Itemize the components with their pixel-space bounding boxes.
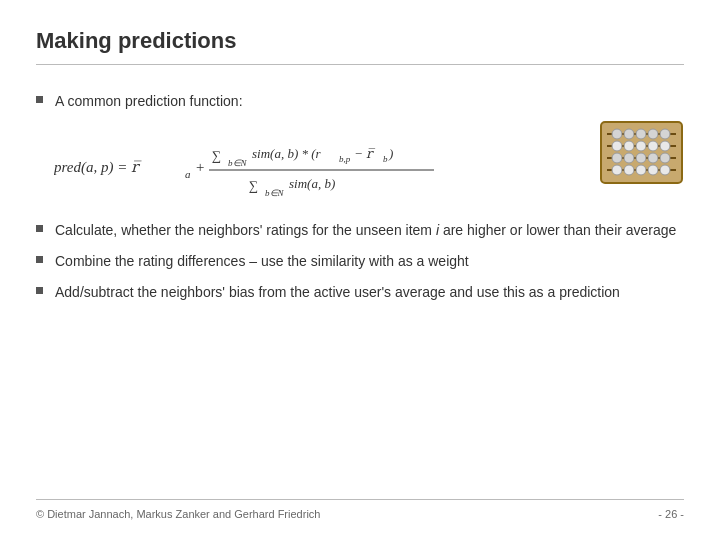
svg-point-29	[612, 153, 622, 163]
svg-point-25	[624, 141, 634, 151]
footer: © Dietmar Jannach, Markus Zanker and Ger…	[36, 508, 684, 520]
page-number: - 26 -	[658, 508, 684, 520]
formula-row: pred(a, p) = r̅ a + ∑ b∈N sim(a, b) * (r…	[54, 130, 684, 204]
svg-point-22	[648, 129, 658, 139]
svg-point-27	[648, 141, 658, 151]
svg-point-34	[612, 165, 622, 175]
footer-divider	[36, 499, 684, 500]
svg-text:− r̅: − r̅	[354, 146, 376, 161]
svg-point-35	[624, 165, 634, 175]
svg-point-21	[636, 129, 646, 139]
bullet-text-1: A common prediction function:	[55, 91, 243, 112]
svg-text:pred(a, p) = r̅: pred(a, p) = r̅	[54, 159, 142, 176]
svg-text:sim(a, b) * (r: sim(a, b) * (r	[252, 146, 322, 161]
svg-point-38	[660, 165, 670, 175]
svg-point-19	[612, 129, 622, 139]
bullet-item-1: A common prediction function:	[36, 91, 684, 112]
formula-container: pred(a, p) = r̅ a + ∑ b∈N sim(a, b) * (r…	[54, 130, 684, 204]
bullet-item-4: Add/subtract the neighbors' bias from th…	[36, 282, 684, 303]
svg-point-28	[660, 141, 670, 151]
svg-point-26	[636, 141, 646, 151]
svg-point-20	[624, 129, 634, 139]
bullet-icon-2	[36, 225, 43, 232]
svg-text:b∈N: b∈N	[228, 158, 248, 168]
bullet-icon-4	[36, 287, 43, 294]
svg-point-37	[648, 165, 658, 175]
svg-point-33	[660, 153, 670, 163]
formula-svg: pred(a, p) = r̅ a + ∑ b∈N sim(a, b) * (r…	[54, 130, 474, 200]
svg-point-30	[624, 153, 634, 163]
svg-point-36	[636, 165, 646, 175]
title-divider	[36, 64, 684, 65]
bullet-icon-1	[36, 96, 43, 103]
svg-text:b∈N: b∈N	[265, 188, 285, 198]
svg-text:∑: ∑	[212, 148, 221, 163]
abacus-svg	[599, 120, 684, 185]
svg-text:sim(a, b): sim(a, b)	[289, 176, 335, 191]
page-title: Making predictions	[36, 28, 684, 54]
svg-point-23	[660, 129, 670, 139]
svg-point-24	[612, 141, 622, 151]
bullet-text-3: Combine the rating differences – use the…	[55, 251, 469, 272]
bullet-item-2: Calculate, whether the neighbors' rating…	[36, 220, 684, 241]
bullet-icon-3	[36, 256, 43, 263]
bullet-text-2: Calculate, whether the neighbors' rating…	[55, 220, 676, 241]
abacus-image	[599, 120, 684, 185]
svg-text:a: a	[185, 168, 191, 180]
svg-text:+: +	[195, 159, 205, 175]
page: Making predictions A common prediction f…	[0, 0, 720, 540]
svg-text:∑: ∑	[249, 178, 258, 193]
svg-point-32	[648, 153, 658, 163]
bullet-text-4: Add/subtract the neighbors' bias from th…	[55, 282, 620, 303]
bullet-item-3: Combine the rating differences – use the…	[36, 251, 684, 272]
copyright-text: © Dietmar Jannach, Markus Zanker and Ger…	[36, 508, 320, 520]
svg-text:b,p: b,p	[339, 154, 351, 164]
svg-text:b: b	[383, 154, 388, 164]
title-section: Making predictions	[36, 28, 684, 83]
svg-point-31	[636, 153, 646, 163]
content: A common prediction function: pred(a, p)…	[36, 91, 684, 499]
svg-text:): )	[388, 146, 393, 161]
